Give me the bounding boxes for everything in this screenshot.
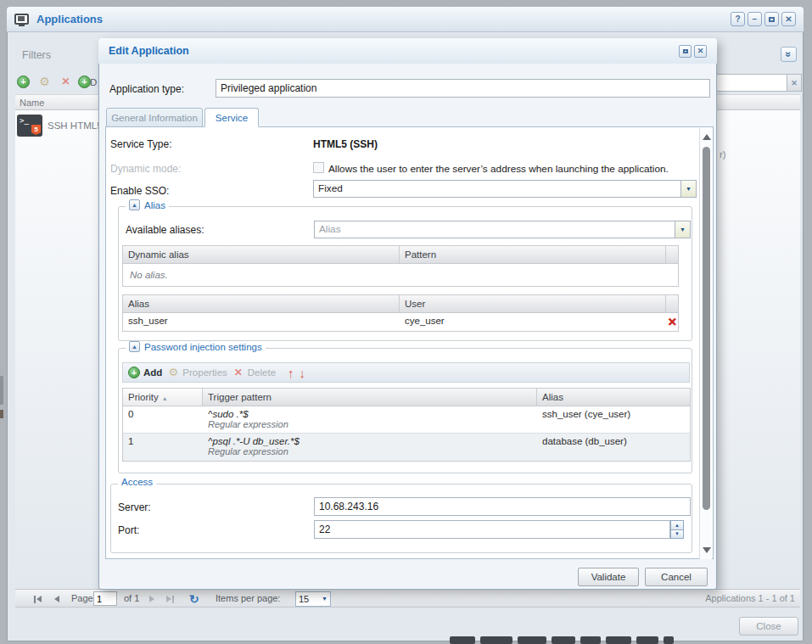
table-row[interactable]: 0 ^sudo .*$ Regular expression ssh_user … (123, 406, 690, 434)
validate-button[interactable]: Validate (578, 568, 639, 586)
port-input[interactable] (314, 520, 670, 539)
table-row[interactable]: ssh_user cye_user ✕ (123, 313, 678, 331)
port-stepper[interactable]: ▲ ▼ (670, 520, 684, 539)
edge-fragment (0, 410, 3, 418)
applications-icon (14, 14, 29, 25)
enable-sso-select[interactable]: Fixed ▼ (313, 180, 697, 198)
close-button[interactable]: Close (739, 617, 798, 636)
last-page-button[interactable] (166, 594, 176, 604)
user-header[interactable]: User (400, 295, 666, 312)
edit-icon[interactable]: ⚙ (38, 76, 51, 88)
maximize-icon (769, 17, 775, 22)
service-type-label: Service Type: (110, 138, 171, 150)
refresh-icon[interactable]: ↻ (189, 590, 199, 608)
collapse-password-button[interactable]: ▲ (129, 341, 140, 352)
dialog-scrollbar[interactable] (699, 128, 712, 559)
page-label: Page (71, 590, 93, 608)
alias-user-table: Alias User ssh_user cye_user ✕ (122, 294, 679, 332)
delete-pattern-button[interactable]: ✕ Delete (232, 367, 276, 378)
alias-header[interactable]: Alias (123, 295, 400, 312)
server-input[interactable] (314, 497, 691, 516)
ssh-terminal-icon: >_ 5 (17, 115, 42, 137)
trigger-pattern-header[interactable]: Trigger pattern (203, 389, 537, 406)
table-row[interactable]: 1 ^psql .*-U db_user.*$ Regular expressi… (123, 434, 690, 461)
pattern-header[interactable]: Pattern (400, 246, 666, 263)
delete-icon[interactable]: ✕ (59, 76, 72, 88)
help-button[interactable]: ? (731, 12, 745, 26)
password-toolbar: + Add ⚙ Properties ✕ Delete ↑ ↓ (122, 362, 690, 383)
password-injection-section: ▲ Password injection settings + Add ⚙ Pr… (118, 348, 692, 473)
chevron-down-icon[interactable]: ▼ (675, 221, 690, 238)
add-application-icon[interactable]: + (17, 76, 30, 88)
pattern-type: Regular expression (208, 419, 532, 429)
collapse-alias-button[interactable]: ▲ (129, 199, 140, 210)
items-per-page-label: Items per page: (216, 590, 280, 608)
dynamic-mode-checkbox[interactable] (313, 162, 324, 173)
priority-cell: 1 (123, 434, 203, 461)
first-page-button[interactable] (34, 594, 44, 604)
available-aliases-label: Available aliases: (126, 224, 204, 236)
scroll-up-icon[interactable] (703, 134, 711, 140)
taskbar-fragment (518, 636, 546, 644)
add-icon: + (128, 367, 140, 378)
application-type-label: Application type: (109, 83, 184, 95)
dialog-header[interactable]: Edit Application ✕ (98, 38, 717, 64)
maximize-button[interactable] (764, 12, 779, 26)
add-pattern-button[interactable]: + Add (128, 367, 162, 378)
access-legend: Access (121, 477, 153, 487)
prev-page-button[interactable] (54, 594, 64, 604)
close-dialog-button[interactable]: ✕ (694, 45, 707, 58)
page-of-label: of 1 (124, 590, 139, 608)
access-section: Access Server: Port: ▲ ▼ (110, 484, 692, 553)
restore-icon (683, 49, 688, 53)
move-down-icon[interactable]: ↓ (300, 367, 306, 379)
step-up-icon[interactable]: ▲ (670, 520, 684, 529)
tab-service[interactable]: Service (204, 108, 259, 127)
close-window-button[interactable]: ✕ (781, 12, 796, 26)
application-type-input[interactable] (216, 79, 710, 98)
alias-section: ▲ Alias Available aliases: Alias ▼ Dynam… (118, 206, 692, 341)
alias-cell: database (db_user) (537, 434, 690, 461)
next-page-button[interactable] (149, 594, 160, 604)
restore-dialog-button[interactable] (679, 45, 692, 58)
window-titlebar: Applications ? − ✕ (7, 7, 804, 32)
taskbar-fragment (552, 636, 575, 644)
chevron-down-icon[interactable]: ▼ (680, 181, 696, 197)
minimize-button[interactable]: − (748, 12, 762, 26)
filters-label: Filters (22, 49, 51, 61)
enable-sso-label: Enable SSO: (110, 185, 169, 197)
priority-header[interactable]: Priority▲ (123, 389, 203, 406)
properties-button[interactable]: ⚙ Properties (167, 367, 227, 378)
delete-icon: ✕ (232, 367, 244, 378)
available-aliases-select[interactable]: Alias ▼ (314, 221, 691, 238)
duplicate-icon[interactable]: + (78, 76, 91, 88)
pagination-bar: Page of 1 ↻ Items per page: 15 ▼ Applica… (15, 589, 800, 608)
collapse-filters-button[interactable]: » (781, 47, 797, 62)
dynamic-mode-text: Allows the user to enter the server’s ad… (328, 163, 669, 175)
move-up-icon[interactable]: ↑ (288, 367, 294, 379)
application-row-label[interactable]: SSH HTML5 (48, 120, 103, 131)
background-text-fragment: r) (720, 149, 725, 160)
items-per-page-select[interactable]: 15 ▼ (295, 591, 331, 607)
taskbar-fragment (580, 636, 601, 644)
window-title: Applications (36, 13, 103, 25)
dynamic-alias-header[interactable]: Dynamic alias (123, 246, 400, 263)
pattern-type: Regular expression (208, 446, 532, 456)
scrollbar-thumb[interactable] (703, 147, 710, 510)
user-cell: cye_user (400, 313, 666, 331)
password-legend: Password injection settings (144, 342, 262, 352)
clear-search-icon[interactable]: ✕ (787, 74, 802, 92)
step-down-icon[interactable]: ▼ (670, 529, 684, 540)
cancel-button[interactable]: Cancel (645, 568, 708, 586)
port-label: Port: (118, 524, 139, 536)
page-number-input[interactable] (93, 591, 117, 606)
double-chevron-icon: » (783, 52, 795, 58)
remove-alias-icon[interactable]: ✕ (666, 313, 678, 331)
alias-col-header[interactable]: Alias (537, 389, 690, 406)
taskbar-fragment (450, 636, 475, 644)
server-label: Server: (118, 501, 151, 513)
service-type-value: HTML5 (SSH) (313, 138, 378, 150)
dynamic-alias-table: Dynamic alias Pattern No alias. (122, 245, 679, 287)
tab-general-information[interactable]: General Information (106, 108, 203, 127)
scroll-down-icon[interactable] (703, 547, 711, 553)
